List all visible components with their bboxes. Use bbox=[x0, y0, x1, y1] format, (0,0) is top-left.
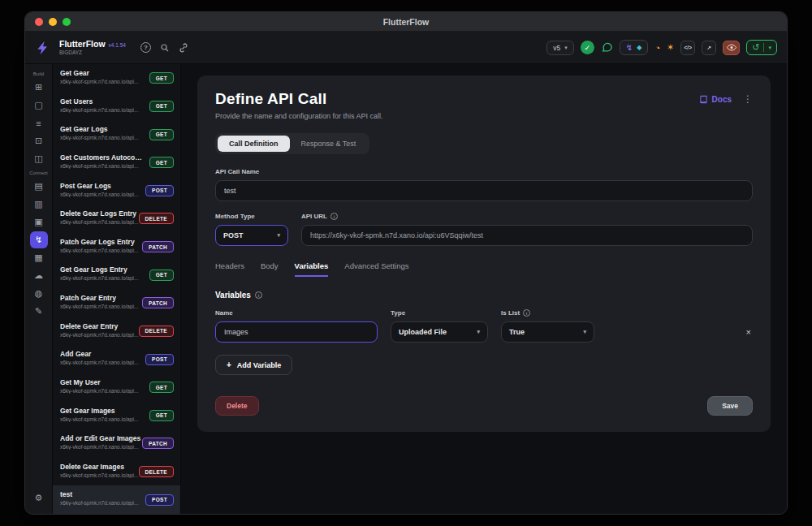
api-call-list-item[interactable]: Get My User x6ky-vkof-spmk.n7d.xano.io/a… bbox=[53, 373, 180, 402]
api-url-input[interactable] bbox=[301, 225, 753, 246]
custom-code-icon[interactable]: ✎ bbox=[30, 303, 48, 320]
define-api-call-card: Define API Call Provide the name and con… bbox=[197, 75, 771, 432]
run-controls[interactable]: ↺ ▾ bbox=[746, 40, 777, 55]
api-call-list-item[interactable]: Patch Gear Logs Entry x6ky-vkof-spmk.n7d… bbox=[53, 233, 180, 261]
api-call-list-item[interactable]: Delete Gear Logs Entry x6ky-vkof-spmk.n7… bbox=[53, 205, 180, 233]
chevron-down-icon: ▾ bbox=[477, 329, 480, 335]
method-badge: GET bbox=[149, 382, 174, 393]
data-types-icon[interactable]: ▦ bbox=[30, 249, 48, 266]
variable-is-list-select[interactable]: True ▾ bbox=[501, 321, 594, 343]
components-icon[interactable]: ◫ bbox=[30, 150, 48, 167]
variables-column-headers: Name Type Is List i bbox=[215, 309, 753, 321]
save-button[interactable]: Save bbox=[707, 396, 753, 416]
media-assets-icon[interactable]: ▣ bbox=[30, 213, 48, 231]
api-call-list-item[interactable]: Delete Gear Entry x6ky-vkof-spmk.n7d.xan… bbox=[53, 317, 180, 346]
branch-version-selector[interactable]: v5 ▾ bbox=[546, 41, 574, 55]
api-call-list-item[interactable]: test x6ky-vkof-spmk.n7d.xano.io/api... P… bbox=[53, 485, 180, 514]
bug-icon[interactable]: ✶ bbox=[667, 42, 674, 53]
method-badge: POST bbox=[145, 185, 174, 196]
dashboard-icon[interactable]: ⊞ bbox=[30, 79, 48, 96]
method-url-row: Method Type POST ▾ API URL i bbox=[215, 213, 753, 246]
method-badge: PATCH bbox=[142, 241, 174, 252]
tab-call-definition[interactable]: Call Definition bbox=[218, 136, 290, 152]
version-badge: v5 bbox=[553, 44, 560, 52]
assistant-tools-group[interactable]: ↯ ◆ bbox=[620, 40, 649, 55]
connect-icons-group: ▤▥▣↯▦☁◍✎ bbox=[30, 177, 48, 321]
method-type-label: Method Type bbox=[215, 213, 288, 220]
api-call-url: x6ky-vkof-spmk.n7d.xano.io/api... bbox=[60, 163, 145, 169]
api-call-list-item[interactable]: Patch Gear Entry x6ky-vkof-spmk.n7d.xano… bbox=[53, 289, 180, 317]
schema-icon[interactable]: ▥ bbox=[30, 196, 48, 213]
definition-tabs: Call Definition Response & Test bbox=[215, 133, 369, 154]
zoom-window-button[interactable] bbox=[63, 18, 71, 26]
api-call-name: Post Gear Logs bbox=[60, 182, 145, 190]
api-calls-icon[interactable]: ↯ bbox=[30, 231, 48, 248]
api-call-list-item[interactable]: Get Users x6ky-vkof-spmk.n7d.xano.io/api… bbox=[53, 93, 180, 121]
header-tool-icons: ? bbox=[140, 42, 188, 53]
help-icon[interactable]: ? bbox=[140, 42, 151, 53]
add-variable-button[interactable]: + Add Variable bbox=[215, 355, 292, 375]
kebab-menu-icon[interactable]: ⋮ bbox=[743, 93, 753, 105]
api-call-list-item[interactable]: Delete Gear Images x6ky-vkof-spmk.n7d.xa… bbox=[53, 458, 180, 486]
subtab-variables[interactable]: Variables bbox=[295, 261, 329, 277]
api-call-name: Add or Edit Gear Images bbox=[60, 434, 145, 442]
subtab-body[interactable]: Body bbox=[261, 261, 279, 277]
method-type-select[interactable]: POST ▾ bbox=[215, 225, 288, 246]
api-call-url: x6ky-vkof-spmk.n7d.xano.io/api... bbox=[60, 304, 145, 309]
variable-row: Uploaded File ▾ True ▾ × bbox=[215, 321, 753, 343]
api-call-list-item[interactable]: Get Customers Autocomplete x6ky-vkof-spm… bbox=[53, 149, 180, 177]
project-name: BIGDAYZ bbox=[59, 50, 126, 55]
storyboard-icon[interactable]: ⊡ bbox=[30, 132, 48, 149]
column-is-list-label: Is List i bbox=[501, 309, 594, 317]
search-icon[interactable] bbox=[160, 43, 170, 53]
code-icon: </> bbox=[685, 45, 692, 50]
project-health-check-icon[interactable]: ✓ bbox=[581, 41, 594, 54]
docs-link[interactable]: Docs bbox=[699, 95, 732, 104]
subtab-advanced-settings[interactable]: Advanced Settings bbox=[344, 261, 408, 277]
subtab-headers[interactable]: Headers bbox=[215, 261, 244, 277]
view-code-button[interactable]: </> bbox=[680, 41, 695, 55]
api-call-list-item[interactable]: Get Gear Logs Entry x6ky-vkof-spmk.n7d.x… bbox=[53, 261, 180, 289]
open-preview-button[interactable]: ↗ bbox=[702, 41, 716, 55]
api-call-name: Get Gear bbox=[60, 69, 145, 77]
remove-variable-button[interactable]: × bbox=[745, 327, 753, 337]
activity-clock-icon[interactable]: ◔ bbox=[654, 43, 660, 53]
divider bbox=[763, 43, 764, 52]
minimize-window-button[interactable] bbox=[49, 18, 57, 26]
api-call-list-item[interactable]: Get Gear x6ky-vkof-spmk.n7d.xano.io/api.… bbox=[53, 64, 180, 93]
api-call-name-input[interactable] bbox=[215, 180, 753, 201]
integrations-icon[interactable]: ◍ bbox=[30, 285, 48, 302]
variable-type-select[interactable]: Uploaded File ▾ bbox=[391, 321, 488, 343]
api-call-name: test bbox=[60, 490, 145, 498]
method-badge: PATCH bbox=[142, 297, 174, 308]
api-call-list-item[interactable]: Post Gear Logs x6ky-vkof-spmk.n7d.xano.i… bbox=[53, 177, 180, 205]
api-call-list-item[interactable]: Get Gear Images x6ky-vkof-spmk.n7d.xano.… bbox=[53, 402, 180, 430]
link-icon[interactable] bbox=[179, 43, 188, 53]
close-window-button[interactable] bbox=[35, 18, 43, 26]
api-call-list-item[interactable]: Add or Edit Gear Images x6ky-vkof-spmk.n… bbox=[53, 429, 180, 458]
app-name: FlutterFlow bbox=[59, 40, 106, 50]
visibility-toggle-button[interactable] bbox=[723, 41, 740, 55]
api-call-url: x6ky-vkof-spmk.n7d.xano.io/api... bbox=[60, 192, 145, 197]
undo-icon: ↺ bbox=[752, 42, 759, 53]
tab-response-test[interactable]: Response & Test bbox=[290, 136, 368, 152]
pages-icon[interactable]: ▢ bbox=[30, 97, 48, 114]
variable-type-value: Uploaded File bbox=[399, 328, 447, 336]
card-header: Define API Call Provide the name and con… bbox=[215, 90, 753, 120]
variable-name-input[interactable] bbox=[215, 321, 378, 343]
delete-button[interactable]: Delete bbox=[215, 396, 259, 416]
widget-tree-icon[interactable]: ≡ bbox=[30, 114, 48, 132]
column-type-label: Type bbox=[391, 309, 488, 317]
header-right-controls: v5 ▾ ✓ ↯ ◆ ◔ ✶ </> ↗ bbox=[546, 40, 777, 55]
database-icon[interactable]: ▤ bbox=[30, 178, 48, 195]
api-call-list-item[interactable]: Add Gear x6ky-vkof-spmk.n7d.xano.io/api.… bbox=[53, 345, 180, 373]
cloud-functions-icon[interactable]: ☁ bbox=[30, 267, 48, 284]
api-call-list-item[interactable]: Get Gear Logs x6ky-vkof-spmk.n7d.xano.io… bbox=[53, 120, 180, 149]
settings-icon[interactable]: ⚙ bbox=[30, 489, 48, 507]
api-call-url: x6ky-vkof-spmk.n7d.xano.io/api... bbox=[60, 248, 145, 253]
api-call-url: x6ky-vkof-spmk.n7d.xano.io/api... bbox=[60, 79, 145, 84]
chat-icon[interactable] bbox=[601, 41, 613, 54]
chevron-down-icon: ▾ bbox=[277, 232, 280, 239]
flutterflow-logo-icon bbox=[35, 40, 51, 56]
api-call-url: x6ky-vkof-spmk.n7d.xano.io/api... bbox=[60, 444, 145, 450]
